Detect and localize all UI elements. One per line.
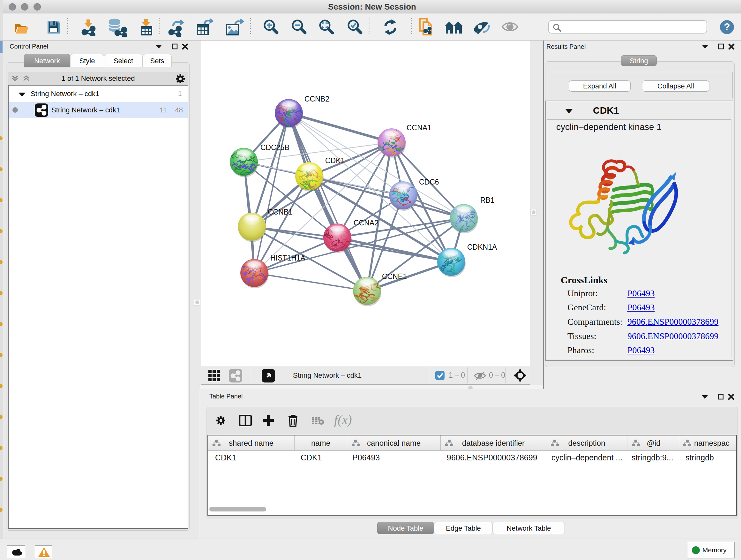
svg-text:CCNB1: CCNB1	[268, 208, 293, 216]
svg-text:RB1: RB1	[480, 196, 495, 204]
svg-text:HIST1H1A: HIST1H1A	[270, 254, 306, 262]
svg-text:CCNA2: CCNA2	[354, 219, 379, 227]
svg-text:CCNE1: CCNE1	[382, 272, 407, 281]
svg-text:CDC25B: CDC25B	[260, 143, 289, 152]
svg-text:?: ?	[724, 21, 730, 33]
svg-text:CCNB2: CCNB2	[305, 95, 329, 103]
svg-text:CDKN1A: CDKN1A	[467, 243, 497, 251]
svg-text:CCNA1: CCNA1	[407, 124, 431, 132]
svg-text:CDK1: CDK1	[325, 157, 345, 165]
svg-text:CDC6: CDC6	[419, 178, 439, 186]
